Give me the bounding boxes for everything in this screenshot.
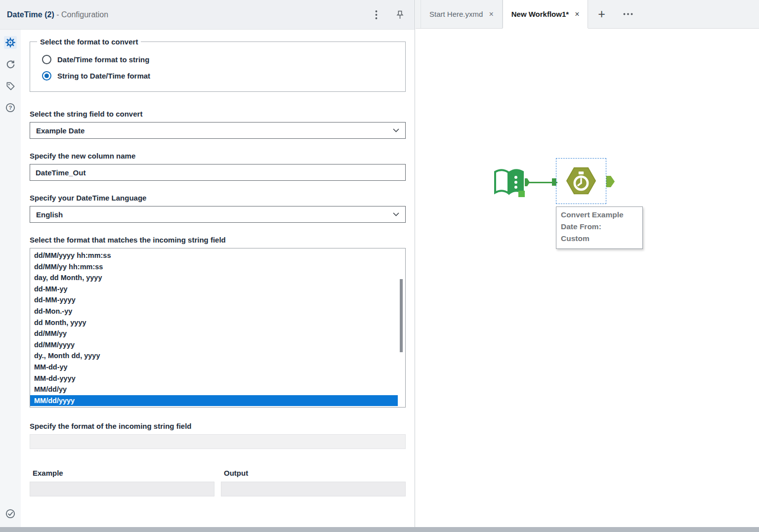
format-option[interactable]: MM/dd/yy xyxy=(30,384,398,395)
language-label: Specify your DateTime Language xyxy=(30,194,406,202)
format-option[interactable]: dd/MM/yy hh:mm:ss xyxy=(30,261,398,273)
string-field-label: Select the string field to convert xyxy=(30,110,406,118)
format-option[interactable]: MM/dd/yyyy xyxy=(30,395,398,407)
tab-overflow-icon[interactable] xyxy=(615,0,641,28)
format-listbox[interactable]: dd/MM/yyyy hh:mm:ssdd/MM/yy hh:mm:ssday,… xyxy=(30,248,406,408)
tool-name-label: DateTime (2) xyxy=(7,10,54,19)
input-data-book-icon xyxy=(493,167,525,198)
status-strip xyxy=(0,527,759,532)
output-label: Output xyxy=(224,469,406,477)
chevron-down-icon xyxy=(393,128,399,132)
alteryx-designer-window: DateTime (2) - Configuration xyxy=(0,0,759,532)
apply-check-icon[interactable] xyxy=(4,507,17,520)
example-column: Example xyxy=(30,469,214,496)
close-icon[interactable]: × xyxy=(489,10,493,19)
help-icon[interactable]: ? xyxy=(4,101,17,114)
format-option[interactable]: dd-MM-yyyy xyxy=(30,294,398,306)
radio-label: Date/Time format to string xyxy=(57,55,149,64)
datetime-tool-output-anchor[interactable] xyxy=(606,176,615,189)
format-option[interactable]: dd/MM/yyyy xyxy=(30,339,398,351)
configuration-panel: DateTime (2) - Configuration xyxy=(0,0,415,527)
format-option[interactable]: MM-dd-yyyy xyxy=(30,373,398,384)
format-option[interactable]: MM-dd-yy xyxy=(30,362,398,373)
output-column: Output xyxy=(221,469,406,496)
column-name-label: Specify the new column name xyxy=(30,152,406,160)
format-convert-group: Select the format to convert Date/Time f… xyxy=(30,38,406,92)
header-actions xyxy=(371,10,405,20)
chevron-down-icon xyxy=(393,212,399,216)
listbox-scrollbar-thumb[interactable] xyxy=(400,279,403,352)
navigation-refresh-icon[interactable] xyxy=(4,58,17,71)
example-value-box xyxy=(30,482,214,496)
format-option[interactable]: dd/MM/yy xyxy=(30,328,398,339)
configuration-title: DateTime (2) - Configuration xyxy=(7,10,108,19)
format-option[interactable]: dd-Mon.-yy xyxy=(30,306,398,317)
tab-new-workflow[interactable]: New Workflow1* × xyxy=(503,0,589,28)
tab-start-here[interactable]: Start Here.yxmd × xyxy=(421,0,503,28)
output-value-box xyxy=(221,482,406,496)
column-name-input[interactable] xyxy=(30,164,406,181)
configuration-header: DateTime (2) - Configuration xyxy=(0,0,415,30)
new-workflow-button[interactable]: + xyxy=(588,0,615,28)
configuration-form: Select the format to convert Date/Time f… xyxy=(21,30,415,527)
custom-format-input[interactable] xyxy=(30,434,406,449)
radio-datetime-to-string[interactable]: Date/Time format to string xyxy=(42,55,399,64)
example-output-row: Example Output xyxy=(30,469,406,496)
format-option[interactable]: dd-MM-yy xyxy=(30,284,398,295)
configuration-gear-icon[interactable] xyxy=(4,36,17,49)
format-list-label: Select the format that matches the incom… xyxy=(30,236,406,244)
radio-circle-selected[interactable] xyxy=(42,71,51,81)
tab-label: Start Here.yxmd xyxy=(429,10,483,18)
input-tool-output-anchor[interactable] xyxy=(525,178,530,188)
language-dropdown[interactable]: English xyxy=(30,206,406,223)
input-data-tool[interactable] xyxy=(493,167,525,200)
format-list-items: dd/MM/yyyy hh:mm:ssdd/MM/yy hh:mm:ssday,… xyxy=(30,250,398,406)
radio-circle-unselected[interactable] xyxy=(42,55,51,64)
language-value: English xyxy=(36,210,63,219)
example-label: Example xyxy=(33,469,214,477)
tool-annotation[interactable]: Convert Example Date From: Custom xyxy=(556,206,643,249)
workflow-canvas[interactable]: Convert Example Date From: Custom xyxy=(416,29,759,522)
pin-icon[interactable] xyxy=(395,10,405,20)
kebab-menu-icon[interactable] xyxy=(371,10,381,20)
configuration-suffix-label: - Configuration xyxy=(54,10,108,19)
string-field-value: Example Date xyxy=(36,126,84,135)
format-option[interactable]: dd/MM/yyyy hh:mm:ss xyxy=(30,250,398,261)
workflow-tab-bar: Start Here.yxmd × New Workflow1* × + xyxy=(416,0,759,29)
tab-label: New Workflow1* xyxy=(511,10,569,18)
datetime-stopwatch-hexagon-icon xyxy=(566,166,596,196)
annotation-tag-icon[interactable] xyxy=(4,80,17,92)
format-option[interactable]: dd Month, yyyy xyxy=(30,317,398,328)
radio-label: String to Date/Time format xyxy=(57,72,150,80)
radio-string-to-datetime[interactable]: String to Date/Time format xyxy=(42,71,399,81)
datetime-tool[interactable] xyxy=(566,166,596,198)
format-option[interactable]: dy., Month dd, yyyy xyxy=(30,350,398,362)
workflow-panel: Start Here.yxmd × New Workflow1* × + xyxy=(416,0,759,527)
config-icon-strip: ? xyxy=(0,30,21,527)
custom-format-label: Specify the format of the incoming strin… xyxy=(30,422,406,430)
svg-text:?: ? xyxy=(8,105,12,111)
format-option[interactable]: day, dd Month, yyyy xyxy=(30,272,398,284)
format-group-legend: Select the format to convert xyxy=(37,38,141,46)
string-field-dropdown[interactable]: Example Date xyxy=(30,122,406,139)
close-icon[interactable]: × xyxy=(575,10,579,19)
